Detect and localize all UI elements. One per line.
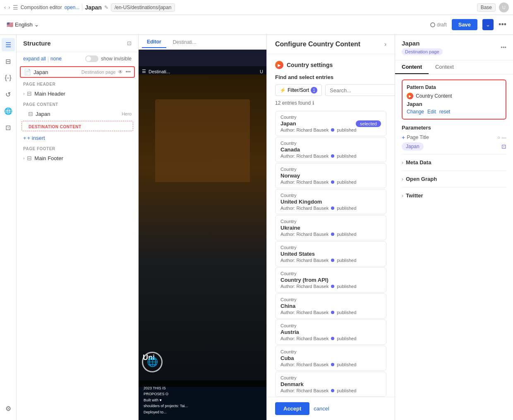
search-box: 🔍 (325, 84, 395, 96)
entry-item[interactable]: Country Cuba Author: Richard Bausek publ… (275, 346, 386, 371)
sidebar-item-settings[interactable]: ⚙ (2, 402, 15, 415)
main-header-label: Main Header (34, 91, 132, 97)
open-graph-label: Open Graph (406, 176, 437, 182)
right-panel: Japan Destination page ••• Content Conte… (395, 35, 513, 420)
entry-meta: Author: Richard Bausek published (280, 154, 381, 158)
footer-component-icon: ⊟ (27, 155, 32, 161)
author-label: Author: Richard Bausek (280, 154, 328, 158)
edit-link[interactable]: Edit (427, 109, 436, 115)
open-graph-header[interactable]: › Open Graph (402, 174, 506, 184)
status-label: published (337, 284, 356, 289)
author-label: Author: Richard Bausek (280, 180, 328, 185)
entry-item[interactable]: Country Denmark Author: Richard Bausek p… (275, 372, 386, 397)
filter-label: Filter/Sort (288, 87, 309, 93)
entry-name: United States (280, 251, 381, 257)
entry-meta: Author: Richard Bausek published (280, 336, 381, 341)
twitter-chevron-icon: › (402, 193, 403, 199)
pattern-data-links: Change Edit reset (407, 109, 501, 115)
entry-name: Canada (280, 146, 381, 153)
entry-item[interactable]: Country Norway Author: Richard Bausek pu… (275, 163, 386, 188)
entry-item[interactable]: Country United Kingdom Author: Richard B… (275, 189, 386, 214)
component-icon: ⊟ (27, 90, 32, 97)
save-button[interactable]: Save (452, 19, 477, 30)
sidebar-item-menu[interactable]: ☰ (2, 38, 15, 51)
twitter-label: Twitter (406, 192, 423, 199)
tab-content[interactable]: Content (395, 60, 429, 74)
language-label: English (15, 22, 33, 28)
param-page-title-label: + Page Title ○ — (402, 134, 506, 141)
cancel-button[interactable]: cancel (314, 402, 329, 415)
eye-icon[interactable]: 👁 (118, 69, 123, 75)
structure-header-icon[interactable]: ⊡ (127, 40, 132, 46)
preview-tab: Editor Destinati... (139, 35, 266, 50)
entry-name: Norway (280, 173, 381, 179)
entry-type: Country (280, 271, 381, 276)
tab-context[interactable]: Context (429, 60, 460, 74)
destination-content-label: DESTINATION CONTENT (22, 121, 133, 131)
configure-chevron-right[interactable]: › (384, 41, 386, 48)
tree-item-japan-hero[interactable]: ⊟ Japan Hero (17, 108, 138, 119)
entry-name: Ukraine (280, 225, 381, 231)
right-panel-more[interactable]: ••• (501, 44, 506, 50)
language-selector[interactable]: 🇺🇸 English ⌄ (7, 22, 39, 28)
entry-item[interactable]: Country Canada Author: Richard Bausek pu… (275, 137, 386, 162)
entry-meta: Author: Richard Bausek published (280, 362, 381, 367)
none-link[interactable]: none (50, 56, 62, 62)
save-dropdown-button[interactable]: ⌄ (482, 19, 494, 30)
param-chip-icon[interactable]: ⊡ (501, 143, 506, 150)
filter-sort-button[interactable]: ⚡ Filter/Sort 1 (275, 84, 322, 96)
twitter-header[interactable]: › Twitter (402, 191, 506, 200)
country-settings-icon: ▶ (275, 61, 283, 69)
open-link[interactable]: open... (65, 5, 80, 10)
tree-item-japan-selected[interactable]: 📄 Japan Destination page 👁 ••• (20, 66, 135, 78)
main-footer-label: Main Footer (34, 155, 132, 161)
reset-link[interactable]: reset (439, 109, 451, 115)
right-panel-title: Japan (402, 40, 443, 47)
right-panel-header: Japan Destination page ••• (395, 35, 513, 60)
param-circle-icon: ○ (497, 135, 500, 140)
show-invisible-control: show invisible (85, 55, 132, 62)
more-item-icon[interactable]: ••• (125, 69, 131, 75)
entry-item[interactable]: Country Ukraine Author: Richard Bausek p… (275, 215, 386, 240)
change-link[interactable]: Change (407, 109, 424, 115)
search-input[interactable] (330, 87, 395, 94)
entry-item[interactable]: Country United States Author: Richard Ba… (275, 241, 386, 266)
entry-item[interactable]: Country Country (from API) Author: Richa… (275, 267, 386, 293)
status-label: published (337, 232, 356, 237)
destination-tab[interactable]: Destinati... (168, 37, 201, 48)
tree-item-main-footer[interactable]: › ⊟ Main Footer (17, 153, 138, 163)
entry-item[interactable]: Country China Author: Richard Bausek pub… (275, 293, 386, 319)
meta-data-header[interactable]: › Meta Data (402, 158, 506, 167)
sidebar-item-layers[interactable]: ⊡ (2, 121, 15, 134)
editor-tab[interactable]: Editor (142, 36, 166, 48)
insert-button[interactable]: + + insert (17, 133, 138, 143)
entry-item[interactable]: Country Japan Author: Richard Bausek pub… (275, 111, 386, 136)
back-icon[interactable]: ‹ (4, 4, 6, 10)
sidebar-item-history[interactable]: ↺ (2, 88, 15, 101)
accept-button[interactable]: Accept (275, 402, 309, 415)
tree-item-main-header[interactable]: › ⊟ Main Header (17, 88, 138, 99)
entry-type: Country (280, 245, 381, 250)
author-label: Author: Richard Bausek (280, 206, 328, 211)
base-selector[interactable]: Base (477, 3, 496, 12)
info-icon: ℹ (312, 100, 314, 106)
forward-icon[interactable]: › (8, 4, 10, 10)
sidebar-item-bracket[interactable]: {-} (2, 71, 15, 84)
menu-icon[interactable]: ☰ (13, 4, 18, 11)
entry-item[interactable]: Country Austria Author: Richard Bausek p… (275, 319, 386, 345)
sidebar-item-globe[interactable]: 🌐 (2, 104, 15, 118)
meta-chevron-icon: › (402, 160, 403, 166)
edit-icon[interactable]: ✎ (104, 5, 108, 10)
status-label: published (337, 336, 356, 341)
country-settings-label: Country settings (287, 62, 333, 68)
entries-count: 12 entries found ℹ (275, 100, 386, 106)
sidebar-item-content[interactable]: ⊟ (2, 55, 15, 68)
expand-all-link[interactable]: expand all (23, 56, 46, 62)
more-options-button[interactable]: ••• (499, 20, 506, 29)
show-invisible-toggle[interactable] (85, 55, 98, 62)
entry-meta: Author: Richard Bausek published (280, 258, 381, 263)
published-dot (331, 206, 334, 210)
published-dot (331, 154, 334, 158)
param-value-row: Japan ⊡ (402, 142, 506, 151)
status-label: published (337, 127, 356, 132)
